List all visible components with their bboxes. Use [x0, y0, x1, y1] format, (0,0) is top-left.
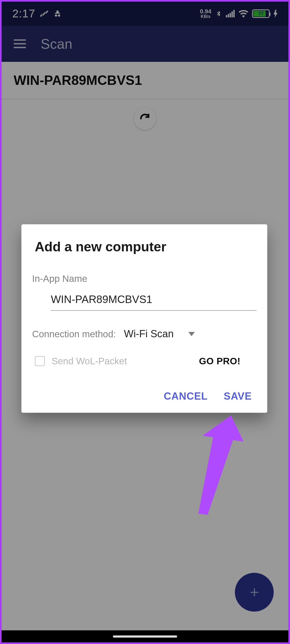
wol-label: Send WoL-Packet	[52, 356, 127, 366]
connection-method-value: Wi-Fi Scan	[124, 328, 174, 340]
name-field-label: In-App Name	[32, 273, 257, 284]
go-pro-label[interactable]: GO PRO!	[199, 356, 241, 366]
gesture-pill[interactable]	[113, 635, 177, 638]
chevron-down-icon	[188, 332, 195, 336]
dialog-title: Add a new computer	[32, 239, 257, 255]
connection-method-label: Connection method:	[32, 329, 116, 339]
cancel-button[interactable]: CANCEL	[164, 391, 208, 402]
name-input[interactable]	[51, 289, 257, 311]
connection-method-dropdown[interactable]: Wi-Fi Scan	[124, 328, 195, 340]
save-button[interactable]: SAVE	[224, 391, 252, 402]
add-computer-dialog: Add a new computer In-App Name Connectio…	[21, 224, 267, 413]
gesture-bar	[2, 630, 288, 642]
wol-checkbox[interactable]	[35, 356, 45, 366]
